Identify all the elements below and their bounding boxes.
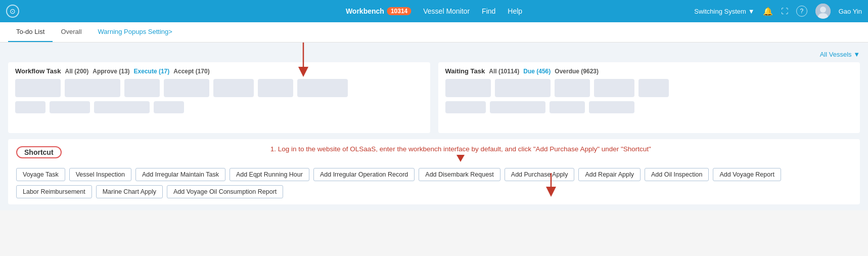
workflow-card	[15, 79, 61, 97]
shortcut-marine-chart-apply[interactable]: Marine Chart Apply	[96, 185, 163, 198]
waiting-task-filters: All (10114) Due (456) Overdue (9623)	[489, 68, 599, 75]
tab-warning-popups-setting[interactable]: Warning Popups Setting>	[90, 22, 180, 42]
nav-left: ⊙	[6, 5, 19, 18]
waiting-card	[638, 79, 669, 97]
home-icon[interactable]: ⊙	[6, 5, 19, 18]
workflow-card	[213, 79, 254, 97]
tab-overall[interactable]: Overall	[53, 22, 89, 42]
shortcut-vessel-inspection[interactable]: Vessel Inspection	[69, 168, 131, 181]
nav-workbench[interactable]: Workbench 10314	[346, 7, 411, 15]
all-vessels-button[interactable]: All Vessels ▼	[820, 51, 860, 58]
waiting-card-small	[445, 101, 486, 113]
instruction-text: 1. Log in to the website of OLSaaS, ente…	[270, 145, 651, 153]
tabs-bar: To-do List Overall Warning Popups Settin…	[0, 22, 868, 42]
nav-vessel-monitor[interactable]: Vessel Monitor	[423, 7, 470, 15]
workflow-card-small	[154, 101, 184, 113]
waiting-card-small	[589, 101, 634, 113]
avatar[interactable]	[815, 4, 831, 19]
nav-find[interactable]: Find	[482, 7, 495, 15]
shortcut-add-oil-inspection[interactable]: Add Oil Inspection	[645, 168, 709, 181]
workflow-card	[164, 79, 209, 97]
top-navigation: ⊙ Workbench 10314 Vessel Monitor Find He…	[0, 0, 868, 22]
nav-center: Workbench 10314 Vessel Monitor Find Help	[346, 7, 522, 15]
shortcut-add-voyage-oil-consumption-report[interactable]: Add Voyage Oil Consumption Report	[167, 185, 283, 198]
shortcut-add-irregular-maintain-task[interactable]: Add Irregular Maintain Task	[135, 168, 225, 181]
workflow-card-small	[94, 101, 150, 113]
shortcut-add-eqpt-running-hour[interactable]: Add Eqpt Running Hour	[230, 168, 309, 181]
workflow-card	[124, 79, 160, 97]
shortcut-section: Shortcut 1. Log in to the website of OLS…	[8, 139, 860, 204]
shortcut-voyage-task[interactable]: Voyage Task	[16, 168, 65, 181]
switching-system[interactable]: Switching System ▼	[694, 8, 754, 15]
workflow-cards-row1	[15, 79, 423, 97]
waiting-task-section: Waiting Task All (10114) Due (456) Overd…	[438, 62, 860, 133]
user-name: Gao Yin	[839, 8, 862, 15]
workflow-card	[65, 79, 120, 97]
waiting-card-small	[490, 101, 545, 113]
shortcut-label: Shortcut	[16, 146, 62, 158]
workflow-cards-row2	[15, 101, 423, 113]
workflow-execute-filter[interactable]: Execute (17)	[134, 68, 170, 75]
all-vessels-row: All Vessels ▼	[8, 49, 860, 62]
due-filter[interactable]: Due (456)	[523, 68, 551, 75]
waiting-card	[445, 79, 491, 97]
workflow-card	[258, 79, 293, 97]
waiting-cards-row2	[445, 101, 853, 113]
shortcut-add-repair-apply[interactable]: Add Repair Apply	[578, 168, 641, 181]
shortcut-header: Shortcut 1. Log in to the website of OLS…	[16, 145, 852, 162]
workflow-task-section: Workflow Task All (200) Approve (13) Exe…	[8, 62, 430, 133]
workflow-card-small	[15, 101, 45, 113]
shortcut-add-purchase-apply[interactable]: Add Purchase Apply	[505, 168, 575, 181]
expand-icon[interactable]: ⛶	[781, 7, 788, 15]
notification-icon[interactable]: 🔔	[763, 7, 773, 16]
shortcut-add-irregular-operation-record[interactable]: Add Irregular Operation Record	[313, 168, 415, 181]
workflow-task-filters: All (200) Approve (13) Execute (17) Acce…	[65, 68, 210, 75]
workbench-badge: 10314	[387, 7, 411, 15]
task-sections: Workflow Task All (200) Approve (13) Exe…	[8, 62, 860, 133]
help-circle-icon[interactable]: ?	[796, 6, 807, 17]
waiting-cards-row1	[445, 79, 853, 97]
svg-point-1	[820, 7, 826, 13]
dropdown-arrow-icon: ▼	[748, 8, 755, 15]
workflow-task-title: Workflow Task All (200) Approve (13) Exe…	[15, 67, 423, 75]
waiting-task-title: Waiting Task All (10114) Due (456) Overd…	[445, 67, 853, 75]
nav-right: Switching System ▼ 🔔 ⛶ ? Gao Yin	[694, 4, 862, 19]
main-content: All Vessels ▼ Workflow Task All (200) Ap…	[0, 42, 868, 210]
waiting-card-small	[550, 101, 585, 113]
waiting-card	[555, 79, 590, 97]
shortcut-buttons: Voyage Task Vessel Inspection Add Irregu…	[16, 168, 852, 198]
workflow-card	[297, 79, 348, 97]
waiting-card	[594, 79, 634, 97]
waiting-card	[495, 79, 551, 97]
shortcut-labor-reimbursement[interactable]: Labor Reimbursement	[16, 185, 92, 198]
workbench-label: Workbench	[346, 7, 384, 15]
nav-help[interactable]: Help	[508, 7, 522, 15]
shortcut-instruction: 1. Log in to the website of OLSaaS, ente…	[70, 145, 852, 162]
tab-todo-list[interactable]: To-do List	[8, 22, 53, 42]
shortcut-add-voyage-report[interactable]: Add Voyage Report	[713, 168, 781, 181]
arrow-down-icon	[456, 155, 465, 162]
shortcut-add-disembark-request[interactable]: Add Disembark Request	[419, 168, 500, 181]
workflow-card-small	[50, 101, 90, 113]
